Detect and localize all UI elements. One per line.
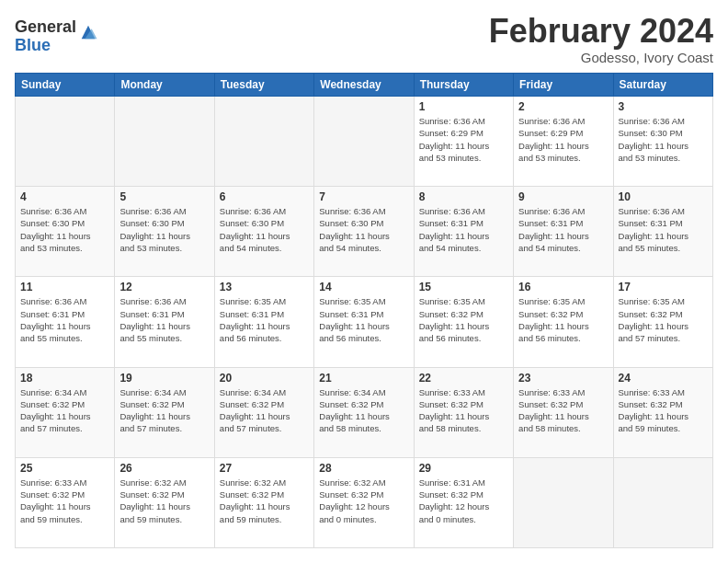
day-number: 6 bbox=[220, 190, 309, 203]
col-wednesday: Wednesday bbox=[314, 74, 414, 97]
day-number: 14 bbox=[319, 281, 408, 293]
day-number: 13 bbox=[220, 281, 309, 293]
calendar-header-row: Sunday Monday Tuesday Wednesday Thursday… bbox=[16, 74, 713, 97]
day-info: Sunrise: 6:35 AM Sunset: 6:31 PM Dayligh… bbox=[319, 295, 408, 344]
table-row: 2Sunrise: 6:36 AM Sunset: 6:29 PM Daylig… bbox=[514, 97, 613, 187]
table-row: 4Sunrise: 6:36 AM Sunset: 6:30 PM Daylig… bbox=[16, 187, 115, 277]
day-info: Sunrise: 6:33 AM Sunset: 6:32 PM Dayligh… bbox=[619, 386, 708, 435]
day-number: 10 bbox=[619, 190, 708, 203]
calendar-week-row: 1Sunrise: 6:36 AM Sunset: 6:29 PM Daylig… bbox=[16, 97, 713, 187]
day-info: Sunrise: 6:35 AM Sunset: 6:32 PM Dayligh… bbox=[518, 295, 608, 344]
table-row: 21Sunrise: 6:34 AM Sunset: 6:32 PM Dayli… bbox=[314, 367, 414, 457]
col-friday: Friday bbox=[514, 74, 613, 97]
table-row: 23Sunrise: 6:33 AM Sunset: 6:32 PM Dayli… bbox=[514, 367, 613, 457]
day-number: 1 bbox=[419, 100, 508, 113]
page: General Blue February 2024 Godesso, Ivor… bbox=[0, 0, 728, 563]
calendar-week-row: 11Sunrise: 6:36 AM Sunset: 6:31 PM Dayli… bbox=[16, 277, 713, 367]
table-row: 25Sunrise: 6:33 AM Sunset: 6:32 PM Dayli… bbox=[16, 457, 115, 547]
table-row bbox=[514, 457, 613, 547]
table-row: 15Sunrise: 6:35 AM Sunset: 6:32 PM Dayli… bbox=[414, 277, 513, 367]
day-info: Sunrise: 6:35 AM Sunset: 6:32 PM Dayligh… bbox=[419, 295, 508, 344]
table-row bbox=[314, 97, 414, 187]
day-number: 11 bbox=[20, 281, 109, 293]
calendar-week-row: 25Sunrise: 6:33 AM Sunset: 6:32 PM Dayli… bbox=[16, 457, 713, 547]
day-info: Sunrise: 6:34 AM Sunset: 6:32 PM Dayligh… bbox=[119, 386, 209, 435]
logo-blue: Blue bbox=[15, 37, 76, 55]
table-row: 10Sunrise: 6:36 AM Sunset: 6:31 PM Dayli… bbox=[613, 187, 712, 277]
table-row: 24Sunrise: 6:33 AM Sunset: 6:32 PM Dayli… bbox=[613, 367, 712, 457]
day-info: Sunrise: 6:36 AM Sunset: 6:30 PM Dayligh… bbox=[220, 205, 309, 254]
table-row bbox=[16, 97, 115, 187]
logo-icon bbox=[78, 22, 98, 42]
table-row: 17Sunrise: 6:35 AM Sunset: 6:32 PM Dayli… bbox=[613, 277, 712, 367]
day-number: 23 bbox=[518, 372, 608, 385]
table-row: 1Sunrise: 6:36 AM Sunset: 6:29 PM Daylig… bbox=[414, 97, 513, 187]
table-row: 6Sunrise: 6:36 AM Sunset: 6:30 PM Daylig… bbox=[214, 187, 313, 277]
day-info: Sunrise: 6:34 AM Sunset: 6:32 PM Dayligh… bbox=[20, 386, 109, 435]
day-info: Sunrise: 6:36 AM Sunset: 6:30 PM Dayligh… bbox=[20, 205, 109, 254]
day-number: 25 bbox=[20, 462, 109, 475]
day-number: 7 bbox=[319, 190, 408, 203]
day-info: Sunrise: 6:32 AM Sunset: 6:32 PM Dayligh… bbox=[119, 477, 209, 525]
day-number: 27 bbox=[220, 462, 309, 475]
day-info: Sunrise: 6:36 AM Sunset: 6:31 PM Dayligh… bbox=[619, 205, 708, 254]
table-row: 14Sunrise: 6:35 AM Sunset: 6:31 PM Dayli… bbox=[314, 277, 414, 367]
day-number: 12 bbox=[119, 281, 209, 293]
table-row: 28Sunrise: 6:32 AM Sunset: 6:32 PM Dayli… bbox=[314, 457, 414, 547]
day-info: Sunrise: 6:36 AM Sunset: 6:31 PM Dayligh… bbox=[20, 295, 109, 344]
col-tuesday: Tuesday bbox=[214, 74, 313, 97]
table-row bbox=[214, 97, 313, 187]
day-number: 29 bbox=[419, 462, 508, 475]
day-number: 18 bbox=[20, 372, 109, 385]
day-info: Sunrise: 6:36 AM Sunset: 6:30 PM Dayligh… bbox=[319, 205, 408, 254]
day-info: Sunrise: 6:36 AM Sunset: 6:31 PM Dayligh… bbox=[419, 205, 508, 254]
day-number: 9 bbox=[518, 190, 608, 203]
day-info: Sunrise: 6:35 AM Sunset: 6:32 PM Dayligh… bbox=[619, 295, 708, 344]
day-info: Sunrise: 6:34 AM Sunset: 6:32 PM Dayligh… bbox=[220, 386, 309, 435]
table-row: 11Sunrise: 6:36 AM Sunset: 6:31 PM Dayli… bbox=[16, 277, 115, 367]
title-month: February 2024 bbox=[489, 15, 713, 48]
day-number: 8 bbox=[419, 190, 508, 203]
day-number: 22 bbox=[419, 372, 508, 385]
day-number: 16 bbox=[518, 281, 608, 293]
day-number: 15 bbox=[419, 281, 508, 293]
table-row: 8Sunrise: 6:36 AM Sunset: 6:31 PM Daylig… bbox=[414, 187, 513, 277]
table-row: 5Sunrise: 6:36 AM Sunset: 6:30 PM Daylig… bbox=[115, 187, 214, 277]
table-row: 19Sunrise: 6:34 AM Sunset: 6:32 PM Dayli… bbox=[115, 367, 214, 457]
day-number: 24 bbox=[619, 372, 708, 385]
calendar-week-row: 18Sunrise: 6:34 AM Sunset: 6:32 PM Dayli… bbox=[16, 367, 713, 457]
col-thursday: Thursday bbox=[414, 74, 513, 97]
day-info: Sunrise: 6:36 AM Sunset: 6:29 PM Dayligh… bbox=[518, 115, 608, 164]
table-row: 16Sunrise: 6:35 AM Sunset: 6:32 PM Dayli… bbox=[514, 277, 613, 367]
day-info: Sunrise: 6:33 AM Sunset: 6:32 PM Dayligh… bbox=[419, 386, 508, 435]
calendar-table: Sunday Monday Tuesday Wednesday Thursday… bbox=[15, 73, 713, 548]
day-number: 2 bbox=[518, 100, 608, 113]
day-number: 20 bbox=[220, 372, 309, 385]
day-info: Sunrise: 6:31 AM Sunset: 6:32 PM Dayligh… bbox=[419, 477, 508, 525]
table-row: 27Sunrise: 6:32 AM Sunset: 6:32 PM Dayli… bbox=[214, 457, 313, 547]
table-row: 22Sunrise: 6:33 AM Sunset: 6:32 PM Dayli… bbox=[414, 367, 513, 457]
logo-general: General bbox=[15, 18, 76, 37]
day-info: Sunrise: 6:36 AM Sunset: 6:29 PM Dayligh… bbox=[419, 115, 508, 164]
title-area: February 2024 Godesso, Ivory Coast bbox=[489, 15, 713, 65]
col-saturday: Saturday bbox=[613, 74, 712, 97]
logo-text: General Blue bbox=[15, 18, 76, 55]
day-info: Sunrise: 6:36 AM Sunset: 6:31 PM Dayligh… bbox=[518, 205, 608, 254]
day-number: 17 bbox=[619, 281, 708, 293]
col-sunday: Sunday bbox=[16, 74, 115, 97]
table-row bbox=[613, 457, 712, 547]
table-row: 3Sunrise: 6:36 AM Sunset: 6:30 PM Daylig… bbox=[613, 97, 712, 187]
col-monday: Monday bbox=[115, 74, 214, 97]
table-row: 20Sunrise: 6:34 AM Sunset: 6:32 PM Dayli… bbox=[214, 367, 313, 457]
logo: General Blue bbox=[15, 18, 98, 55]
table-row bbox=[115, 97, 214, 187]
day-number: 19 bbox=[119, 372, 209, 385]
table-row: 29Sunrise: 6:31 AM Sunset: 6:32 PM Dayli… bbox=[414, 457, 513, 547]
day-info: Sunrise: 6:33 AM Sunset: 6:32 PM Dayligh… bbox=[20, 477, 109, 525]
day-number: 28 bbox=[319, 462, 408, 475]
day-info: Sunrise: 6:33 AM Sunset: 6:32 PM Dayligh… bbox=[518, 386, 608, 435]
header: General Blue February 2024 Godesso, Ivor… bbox=[15, 15, 713, 65]
day-number: 4 bbox=[20, 190, 109, 203]
day-info: Sunrise: 6:35 AM Sunset: 6:31 PM Dayligh… bbox=[220, 295, 309, 344]
title-location: Godesso, Ivory Coast bbox=[489, 50, 713, 65]
